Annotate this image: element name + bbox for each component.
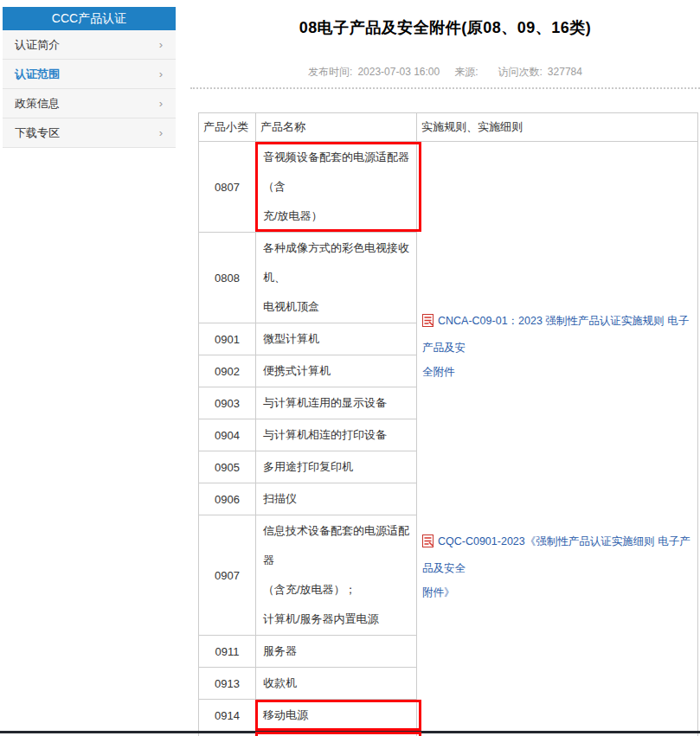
rule-document-link[interactable]: CNCA-C09-01：2023 强制性产品认证实施规则 电子产品及安 全附件 xyxy=(422,309,694,384)
chevron-right-icon: › xyxy=(159,60,163,89)
product-code-cell: 0901 xyxy=(199,323,256,355)
product-name-cell: 收款机 xyxy=(256,668,417,700)
sidebar-item-label: 认证范围 xyxy=(15,60,60,89)
product-code-cell: 0902 xyxy=(199,355,256,387)
sidebar-item-label: 认证简介 xyxy=(15,30,60,60)
product-name-cell: 移动电源 xyxy=(256,700,417,732)
rule-document-label: CNCA-C09-01：2023 强制性产品认证实施规则 电子产品及安 全附件 xyxy=(422,315,689,378)
product-code-cell: 0914 xyxy=(199,700,256,732)
column-header-code: 产品小类 xyxy=(199,113,256,142)
product-name-cell: 扫描仪 xyxy=(256,483,417,515)
sidebar-item[interactable]: 认证范围 › xyxy=(3,60,176,89)
chevron-right-icon: › xyxy=(159,89,163,118)
sidebar-title: CCC产品认证 xyxy=(3,7,176,30)
dotted-divider xyxy=(190,87,700,89)
product-name-cell: 与计算机连用的显示设备 xyxy=(256,387,417,419)
product-code-cell: 0907 xyxy=(199,515,256,636)
publish-time-value: 2023-07-03 16:00 xyxy=(357,66,440,78)
sidebar-item[interactable]: 下载专区 › xyxy=(3,118,176,148)
pdf-icon xyxy=(422,311,433,336)
chevron-right-icon: › xyxy=(159,118,163,148)
product-code-cell: 0903 xyxy=(199,387,256,419)
column-header-name: 产品名称 xyxy=(256,113,417,142)
chevron-right-icon: › xyxy=(159,30,163,60)
pdf-icon xyxy=(422,532,433,556)
product-code-cell: 0905 xyxy=(199,451,256,483)
page-title: 08电子产品及安全附件(原08、09、16类) xyxy=(190,17,700,38)
product-name-cell: 音视频设备配套的电源适配器（含 充/放电器） xyxy=(256,142,417,233)
detail-document-link[interactable]: CQC-C0901-2023《强制性产品认证实施细则 电子产品及安全 附件》 xyxy=(422,529,694,605)
product-name-cell: 与计算机相连的打印设备 xyxy=(256,419,417,451)
sidebar: CCC产品认证 认证简介 › 认证范围 › 政策信息 › 下载专区 › xyxy=(3,7,176,148)
product-name-cell: 服务器 xyxy=(256,636,417,668)
rules-cell: CNCA-C09-01：2023 强制性产品认证实施规则 电子产品及安 全附件 … xyxy=(417,142,698,736)
source-label: 来源: xyxy=(454,66,478,78)
detail-document-label: CQC-C0901-2023《强制性产品认证实施细则 电子产品及安全 附件》 xyxy=(422,535,690,598)
product-name-cell: 便携式计算机 xyxy=(256,355,417,387)
footer-divider xyxy=(0,731,700,733)
publish-time-label: 发布时间: xyxy=(308,66,352,78)
product-name-cell: 信息技术设备配套的电源适配器 （含充/放电器）； 计算机/服务器内置电源 xyxy=(256,515,417,636)
visits-value: 327784 xyxy=(548,66,582,78)
table-header-row: 产品小类 产品名称 实施规则、实施细则 xyxy=(199,113,698,142)
product-name-cell: 各种成像方式的彩色电视接收机、 电视机顶盒 xyxy=(256,233,417,323)
product-code-cell: 0904 xyxy=(199,419,256,451)
sidebar-item-label: 政策信息 xyxy=(15,89,60,118)
product-name-cell: 多用途打印复印机 xyxy=(256,451,417,483)
product-category-table: 产品小类 产品名称 实施规则、实施细则 0807 音视频设备配套的电源适配器（含… xyxy=(198,112,698,736)
sidebar-item[interactable]: 认证简介 › xyxy=(3,30,176,60)
product-name-cell: 微型计算机 xyxy=(256,323,417,355)
sidebar-item[interactable]: 政策信息 › xyxy=(3,89,176,118)
product-code-cell: 0808 xyxy=(199,233,256,323)
column-header-rules: 实施规则、实施细则 xyxy=(417,113,698,142)
sidebar-menu: 认证简介 › 认证范围 › 政策信息 › 下载专区 › xyxy=(3,30,176,148)
sidebar-item-label: 下载专区 xyxy=(15,118,60,148)
product-code-cell: 0913 xyxy=(199,668,256,700)
visits-label: 访问次数: xyxy=(498,66,543,78)
product-code-cell: 0906 xyxy=(199,483,256,515)
article-area: 08电子产品及安全附件(原08、09、16类) 发布时间:2023-07-03 … xyxy=(190,0,700,89)
article-meta: 发布时间:2023-07-03 16:00来源:访问次数:327784 xyxy=(190,65,700,80)
product-code-cell: 0911 xyxy=(199,636,256,668)
table-row: 0807 音视频设备配套的电源适配器（含 充/放电器） CNCA-C09-01：… xyxy=(199,142,698,233)
product-code-cell: 0807 xyxy=(199,142,256,233)
